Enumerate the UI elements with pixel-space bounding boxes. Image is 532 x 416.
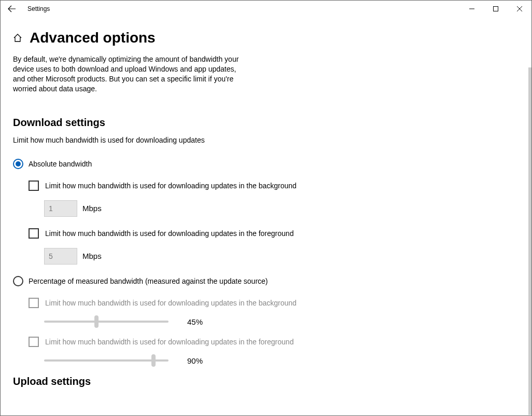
maximize-button[interactable]: [484, 1, 508, 17]
close-button[interactable]: [508, 1, 531, 17]
back-arrow-icon: [8, 5, 16, 13]
close-icon: [517, 6, 522, 11]
slider-pct-background: [44, 321, 169, 323]
radio-absolute-label: Absolute bandwidth: [29, 160, 92, 168]
minimize-icon: [469, 6, 474, 11]
checkbox-abs-foreground-label: Limit how much bandwidth is used for dow…: [45, 229, 293, 238]
checkbox-pct-background: [29, 298, 39, 308]
slider-thumb-fg: [151, 354, 156, 367]
content-pane: Advanced options By default, we're dynam…: [1, 17, 531, 415]
slider-pct-foreground-value: 90%: [187, 356, 203, 365]
svg-rect-1: [494, 7, 498, 11]
page-description: By default, we're dynamically optimizing…: [13, 54, 246, 94]
scrollbar[interactable]: [528, 67, 531, 415]
minimize-button[interactable]: [460, 1, 484, 17]
checkbox-pct-foreground-label: Limit how much bandwidth is used for dow…: [45, 338, 293, 346]
window-title: Settings: [27, 5, 50, 12]
slider-pct-foreground: [44, 359, 169, 362]
input-abs-foreground-mbps[interactable]: [44, 248, 77, 265]
download-subtext: Limit how much bandwidth is used for dow…: [13, 136, 531, 144]
unit-mbps-2: Mbps: [82, 252, 102, 260]
checkbox-abs-foreground[interactable]: [29, 228, 39, 239]
slider-thumb-bg: [94, 315, 99, 328]
checkbox-pct-foreground: [29, 337, 39, 347]
checkbox-abs-background[interactable]: [29, 181, 39, 191]
home-icon[interactable]: [13, 33, 22, 43]
radio-absolute-bandwidth[interactable]: [13, 159, 23, 169]
checkbox-pct-background-label: Limit how much bandwidth is used for dow…: [45, 299, 297, 307]
titlebar: Settings: [1, 1, 531, 17]
checkbox-abs-background-label: Limit how much bandwidth is used for dow…: [45, 182, 297, 190]
page-title: Advanced options: [30, 30, 156, 46]
slider-pct-background-value: 45%: [187, 317, 203, 326]
unit-mbps: Mbps: [82, 204, 102, 213]
window-controls: [460, 1, 531, 17]
input-abs-background-mbps[interactable]: [44, 200, 77, 217]
settings-window: Settings Advanced options By default, we…: [0, 0, 532, 416]
radio-percentage-bandwidth[interactable]: [13, 276, 23, 286]
back-button[interactable]: [6, 3, 18, 15]
maximize-icon: [493, 6, 498, 11]
upload-settings-heading: Upload settings: [13, 376, 531, 387]
download-settings-heading: Download settings: [13, 117, 531, 129]
radio-percentage-label: Percentage of measured bandwidth (measur…: [29, 277, 268, 285]
